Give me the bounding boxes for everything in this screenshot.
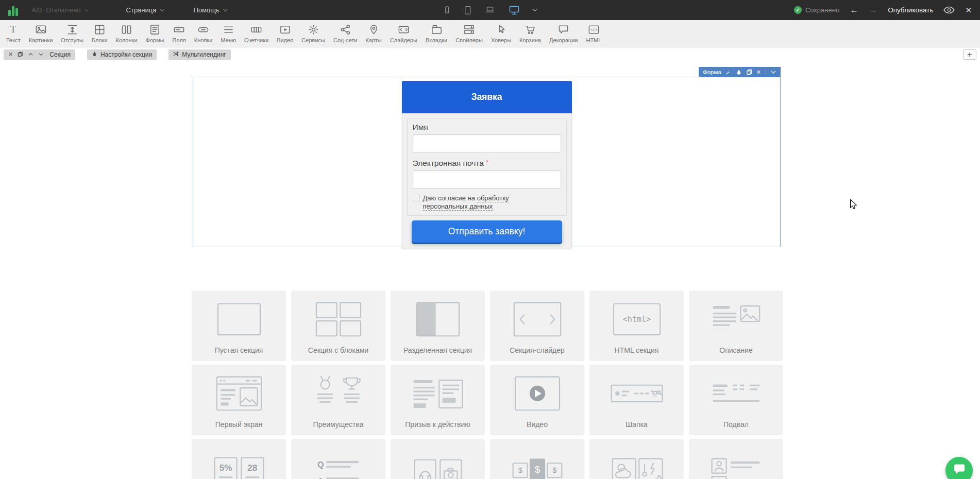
- template-thumb-benefits: [291, 365, 385, 420]
- sliders-icon: [398, 24, 410, 36]
- toolbar-item-html[interactable]: </>HTML: [582, 20, 605, 47]
- template-card-description[interactable]: Описание: [689, 290, 783, 361]
- topbar: A/B: Отключено Страница Помощь ✓ Сохране…: [0, 0, 980, 20]
- svg-text:A: A: [317, 476, 324, 479]
- page-menu[interactable]: Страница: [126, 6, 165, 14]
- multilanding-button[interactable]: Мультилендинг: [168, 49, 230, 60]
- style-droplet-icon[interactable]: [736, 69, 742, 75]
- template-card-hero[interactable]: Первый экран: [192, 365, 286, 435]
- toolbar-item-counters[interactable]: Счетчики: [240, 20, 273, 47]
- smartphone-icon[interactable]: [443, 5, 451, 15]
- section-bar: ✕ Секция Настройки секции Мультилендинг: [0, 49, 980, 60]
- redo-arrow-button[interactable]: →: [869, 6, 877, 14]
- page-section[interactable]: Форма ✕ Заявка Имя: [193, 77, 781, 247]
- hovers-icon: [495, 24, 507, 36]
- device-switcher: [443, 0, 537, 20]
- form-widget-toolbar: Форма ✕: [699, 67, 781, 77]
- toolbar-item-tabs[interactable]: Вкладки: [421, 20, 451, 47]
- widget-menu-chevron-icon[interactable]: [766, 69, 776, 75]
- toolbar-item-social[interactable]: Соц-сети: [329, 20, 361, 47]
- template-card-media[interactable]: [391, 439, 485, 479]
- template-card-slider[interactable]: Секция-слайдер: [490, 290, 584, 361]
- move-section-down-icon[interactable]: [38, 52, 44, 57]
- buttons-icon: [197, 24, 209, 36]
- menu-icon: [223, 24, 234, 36]
- name-input[interactable]: [413, 134, 561, 152]
- template-card-html[interactable]: <html>HTML секция: [589, 290, 684, 361]
- toolbar-item-spacing[interactable]: Отступы: [57, 20, 88, 47]
- form-widget[interactable]: Заявка Имя Электронная почта* Даю соглас…: [402, 81, 572, 248]
- toolbar-item-spoilers[interactable]: Спойлеры: [451, 20, 487, 47]
- delete-widget-icon[interactable]: ✕: [756, 70, 761, 75]
- app-logo[interactable]: [8, 5, 18, 16]
- template-card-blocks[interactable]: Секция с блоками: [291, 290, 385, 361]
- template-thumb-team: [689, 439, 783, 479]
- form-body: Имя Электронная почта* Даю согласие на о…: [402, 113, 572, 248]
- undo-arrow-button[interactable]: ←: [850, 6, 858, 14]
- toolbar-item-text[interactable]: TТекст: [2, 20, 25, 47]
- toolbar-item-decor[interactable]: Декорации: [545, 20, 582, 47]
- toolbar-item-images[interactable]: Картинки: [25, 20, 57, 47]
- email-input[interactable]: [413, 170, 561, 189]
- template-card-team[interactable]: [689, 439, 783, 479]
- ab-test-menu[interactable]: A/B: Отключено: [31, 6, 89, 14]
- template-card-split[interactable]: Разделенная секция: [391, 290, 485, 361]
- template-card-header[interactable]: Шапка: [589, 365, 684, 435]
- toolbar-item-blocks[interactable]: Блоки: [88, 20, 112, 47]
- forms-icon: [149, 24, 161, 36]
- toolbar-item-menu[interactable]: Меню: [216, 20, 240, 47]
- help-menu[interactable]: Помощь: [193, 6, 227, 14]
- template-card-benefits[interactable]: Преимущества: [291, 365, 385, 435]
- toolbar-item-video[interactable]: Видео: [273, 20, 297, 47]
- topbar-right: ✓ Сохранено ← → Опубликовать ✕: [794, 0, 972, 20]
- close-editor-icon[interactable]: ✕: [965, 6, 972, 15]
- consent-checkbox[interactable]: [413, 195, 419, 201]
- add-section-button[interactable]: +: [963, 49, 976, 60]
- multilanding-label: Мультилендинг: [182, 51, 226, 58]
- publish-button[interactable]: Опубликовать: [888, 6, 933, 14]
- svg-text:5%: 5%: [219, 463, 232, 473]
- section-templates-grid: Пустая секцияСекция с блокамиРазделенная…: [192, 290, 783, 479]
- template-card-cta[interactable]: Призыв к действию: [391, 365, 485, 435]
- saved-label: Сохранено: [805, 6, 839, 14]
- chevron-down-icon: [160, 9, 164, 12]
- duplicate-section-icon[interactable]: [18, 52, 23, 57]
- device-menu-chevron-icon[interactable]: [532, 8, 537, 12]
- delete-section-icon[interactable]: ✕: [8, 52, 13, 57]
- wrench-icon[interactable]: [725, 69, 732, 75]
- services-icon: [308, 24, 319, 36]
- desktop-icon[interactable]: [508, 4, 521, 16]
- template-thumb-blocks: [291, 290, 385, 346]
- template-card-numbers[interactable]: 5%28: [192, 439, 286, 479]
- section-settings-button[interactable]: Настройки секции: [87, 49, 157, 60]
- move-section-up-icon[interactable]: [28, 52, 33, 57]
- template-thumb-faq: QA: [291, 439, 385, 479]
- toolbar-item-forms[interactable]: Формы: [142, 20, 168, 47]
- html-icon: </>: [588, 24, 600, 36]
- copy-icon[interactable]: [746, 69, 752, 75]
- svg-text:$: $: [552, 466, 556, 474]
- template-thumb-html: <html>: [589, 290, 684, 346]
- preview-eye-icon[interactable]: [943, 6, 955, 14]
- submit-button[interactable]: Отправить заявку!: [412, 220, 562, 243]
- toolbar-item-sliders[interactable]: Слайдеры: [386, 20, 421, 47]
- template-card-pricing[interactable]: $$$: [490, 439, 584, 479]
- template-thumb-split: [391, 290, 485, 346]
- toolbar-item-columns[interactable]: Колонки: [112, 20, 142, 47]
- laptop-icon[interactable]: [484, 5, 496, 15]
- toolbar-item-fields[interactable]: Поля: [168, 20, 190, 47]
- toolbar-item-buttons[interactable]: Кнопки: [190, 20, 217, 47]
- toolbar-item-maps[interactable]: Карты: [361, 20, 385, 47]
- template-card-footer[interactable]: Подвал: [689, 365, 783, 435]
- toolbar-item-cart[interactable]: Корзина: [515, 20, 545, 47]
- template-card-empty[interactable]: Пустая секция: [192, 290, 286, 361]
- name-field-label: Имя: [413, 123, 561, 132]
- tablet-icon[interactable]: [463, 5, 472, 16]
- columns-icon: [121, 24, 132, 36]
- tabs-icon: [431, 24, 443, 36]
- toolbar-item-services[interactable]: Сервисы: [297, 20, 329, 47]
- template-card-faq[interactable]: QA: [291, 439, 385, 479]
- template-card-weather[interactable]: [589, 439, 684, 479]
- template-card-video[interactable]: Видео: [490, 365, 584, 435]
- toolbar-item-hovers[interactable]: Ховеры: [487, 20, 515, 47]
